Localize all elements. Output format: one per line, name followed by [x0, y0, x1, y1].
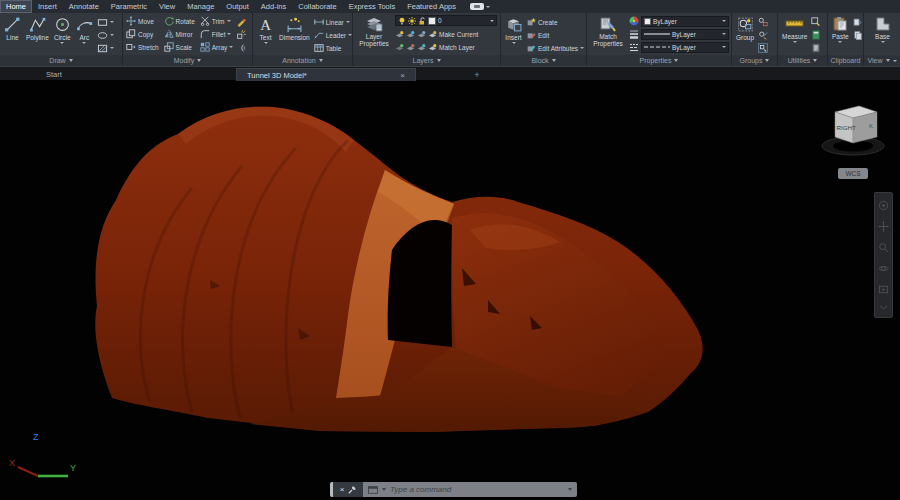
tab-home[interactable]: Home [0, 0, 32, 13]
orbit-icon[interactable] [878, 263, 889, 274]
tab-parametric[interactable]: Parametric [105, 0, 153, 13]
layer-tool-icon[interactable] [428, 30, 437, 39]
panel-title-draw[interactable]: Draw [0, 55, 122, 66]
match-layer-label[interactable]: Match Layer [439, 44, 475, 51]
lineweight-select[interactable]: ByLayer [641, 29, 729, 40]
customize-wrench-icon[interactable] [348, 486, 356, 494]
copy-clip-button[interactable] [853, 16, 862, 28]
group-button[interactable]: Group [735, 15, 755, 42]
object-color-select[interactable]: ByLayer [641, 16, 729, 27]
insert-button[interactable]: Insert [504, 15, 523, 45]
command-input[interactable]: Type a command [363, 482, 577, 497]
match-properties-button[interactable]: Match Properties [590, 15, 626, 48]
array-button[interactable]: Array [200, 41, 234, 53]
tab-manage[interactable]: Manage [181, 0, 220, 13]
table-button[interactable]: Table [314, 42, 352, 54]
tab-express-tools[interactable]: Express Tools [343, 0, 402, 13]
layer-tool-icon[interactable] [395, 43, 404, 52]
panel-title-view[interactable]: View [864, 55, 900, 66]
circle-button[interactable]: Circle [53, 15, 72, 45]
wcs-menu[interactable]: WCS [838, 168, 868, 179]
layer-properties-button[interactable]: Layer Properties [356, 15, 392, 48]
close-icon[interactable]: × [340, 486, 345, 494]
polyline-button[interactable]: Polyline [25, 15, 50, 42]
layer-tool-icon[interactable] [417, 43, 426, 52]
new-drawing-button[interactable]: + [470, 68, 484, 81]
x-axis [18, 467, 38, 476]
layer-select[interactable]: 0 [395, 15, 497, 26]
measure-button[interactable]: Measure [781, 15, 808, 44]
edit-attributes-button[interactable]: Edit Attributes [526, 42, 584, 54]
copy-button[interactable]: Copy [126, 28, 159, 40]
tab-featured-apps[interactable]: Featured Apps [401, 0, 462, 13]
panel-title-utilities[interactable]: Utilities [778, 55, 827, 66]
show-motion-icon[interactable] [878, 284, 889, 295]
ellipse-button[interactable] [97, 29, 114, 41]
pan-icon[interactable] [878, 221, 889, 232]
layer-tool-icon[interactable] [406, 43, 415, 52]
panel-title-annotation[interactable]: Annotation [253, 55, 352, 66]
full-navigation-wheel-icon[interactable] [878, 200, 889, 211]
create-block-button[interactable]: Create [526, 16, 584, 28]
scale-button[interactable]: Scale [164, 41, 195, 53]
erase-button[interactable] [236, 16, 246, 28]
navbar-chevron-icon[interactable] [879, 305, 888, 310]
drawing-canvas[interactable]: RIGHT K WCS Z Y X [0, 80, 900, 500]
tab-output[interactable]: Output [220, 0, 255, 13]
tab-collaborate[interactable]: Collaborate [292, 0, 342, 13]
recent-commands-icon[interactable] [368, 486, 378, 494]
cut-clip-button[interactable] [853, 29, 862, 41]
layer-tool-icon[interactable] [395, 30, 404, 39]
quick-select-button[interactable] [811, 16, 821, 28]
layer-tool-icon[interactable] [417, 30, 426, 39]
arc-button[interactable]: Arc [75, 15, 94, 45]
layer-tool-icon[interactable] [428, 43, 437, 52]
explode-button[interactable] [236, 29, 246, 41]
fillet-button[interactable]: Fillet [200, 28, 234, 40]
layer-tool-icon[interactable] [406, 30, 415, 39]
panel-title-properties[interactable]: Properties [587, 55, 731, 66]
base-button[interactable]: Base [873, 15, 893, 44]
id-point-button[interactable] [811, 42, 821, 54]
chevron-down-icon[interactable] [568, 488, 572, 491]
leader-button[interactable]: Leader [314, 29, 352, 41]
group-edit-button[interactable] [758, 29, 768, 41]
panel-title-block[interactable]: Block [501, 55, 586, 66]
ribbon-display-toggle[interactable] [470, 0, 490, 13]
text-button[interactable]: A Text [256, 15, 275, 45]
tab-add-ins[interactable]: Add-ins [255, 0, 292, 13]
stretch-button[interactable]: Stretch [126, 41, 159, 53]
linear-button[interactable]: Linear [314, 16, 352, 28]
panel-title-layers[interactable]: Layers [353, 55, 500, 66]
tab-insert[interactable]: Insert [32, 0, 63, 13]
lineweight-sample [644, 32, 670, 36]
move-button[interactable]: Move [126, 15, 159, 27]
tab-annotate[interactable]: Annotate [63, 0, 105, 13]
linetype-select[interactable]: ByLayer [641, 42, 729, 53]
panel-title-clipboard[interactable]: Clipboard [828, 55, 863, 66]
panel-title-groups[interactable]: Groups [732, 55, 777, 66]
panel-title-modify[interactable]: Modify [123, 55, 252, 66]
rotate-button[interactable]: Rotate [164, 15, 195, 27]
dimension-button[interactable]: Dimension [278, 15, 311, 42]
zoom-icon[interactable] [878, 242, 889, 253]
group-selection-toggle[interactable] [758, 42, 768, 54]
mirror-button[interactable]: Mirror [164, 28, 195, 40]
quick-calc-button[interactable] [811, 29, 821, 41]
tab-start[interactable]: Start [36, 68, 72, 81]
close-icon[interactable]: × [400, 71, 405, 80]
hatch-button[interactable] [97, 42, 114, 54]
tab-drawing[interactable]: Tunnel 3D Model* × [236, 68, 416, 81]
paste-button[interactable]: Paste [831, 15, 850, 44]
ungroup-button[interactable] [758, 16, 768, 28]
line-button[interactable]: Line [3, 15, 22, 42]
make-current-label[interactable]: Make Current [439, 31, 478, 38]
rectangle-button[interactable] [97, 16, 114, 28]
viewcube[interactable]: RIGHT K [820, 96, 886, 162]
tunnel-3d-model[interactable] [90, 100, 710, 440]
tab-view[interactable]: View [153, 0, 181, 13]
trim-button[interactable]: Trim [200, 15, 234, 27]
measure-icon [785, 16, 804, 32]
offset-button[interactable] [236, 42, 246, 54]
edit-block-button[interactable]: Edit [526, 29, 584, 41]
